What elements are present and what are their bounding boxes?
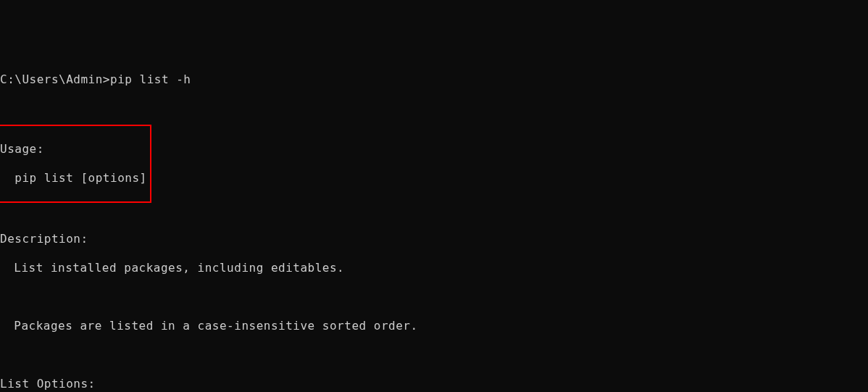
list-options-header: List Options: <box>0 377 868 391</box>
usage-line: pip list [options] <box>0 171 147 185</box>
description-header: Description: <box>0 232 868 246</box>
command-prompt-line: C:\Users\Admin>pip list -h <box>0 72 868 87</box>
description-line: List installed packages, including edita… <box>0 261 868 275</box>
description-line: Packages are listed in a case-insensitiv… <box>0 319 868 333</box>
usage-highlight-box: Usage: pip list [options] <box>0 125 151 203</box>
terminal-output: C:\Users\Admin>pip list -h Usage: pip li… <box>0 58 868 392</box>
usage-header: Usage: <box>0 142 147 157</box>
